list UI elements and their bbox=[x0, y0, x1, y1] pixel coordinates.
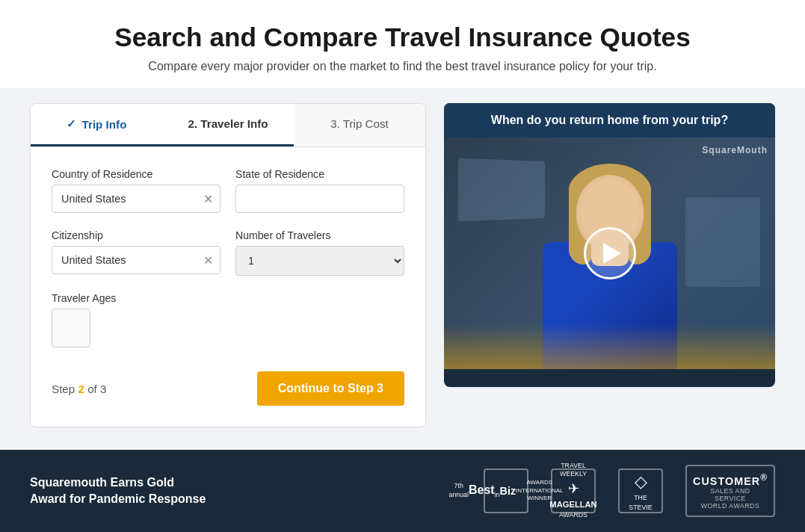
country-clear-icon[interactable]: ✕ bbox=[203, 192, 213, 206]
award-best-in-biz: 7th annualBestinBizAWARDSINTERNATIONALWI… bbox=[484, 468, 528, 513]
traveler-ages-label: Traveler Ages bbox=[52, 292, 404, 304]
number-of-travelers-label: Number of Travelers bbox=[235, 229, 404, 241]
country-of-residence-select[interactable]: United States Canada United Kingdom Aust… bbox=[52, 185, 220, 213]
number-of-travelers-select[interactable]: 1 2 3 4 5 bbox=[235, 246, 404, 276]
video-thumbnail[interactable]: SquareMouth bbox=[444, 137, 775, 369]
form-area: Country of Residence United States Canad… bbox=[31, 147, 425, 427]
magellan-icon: TRAVEL WEEKLY ✈ MAGELLAN AWARDS bbox=[551, 468, 596, 513]
country-select-wrapper: United States Canada United Kingdom Aust… bbox=[52, 185, 220, 213]
footer-awards: 7th annualBestinBizAWARDSINTERNATIONALWI… bbox=[239, 465, 775, 517]
award-customer: CUSTOMER® SALES AND SERVICEWORLD AWARDS bbox=[685, 465, 775, 517]
tab-trip-cost[interactable]: 3. Trip Cost bbox=[294, 104, 425, 146]
form-row-3: Traveler Ages bbox=[52, 292, 404, 347]
customer-award-title: CUSTOMER® bbox=[693, 472, 768, 487]
customer-award-subtitle: SALES AND SERVICEWORLD AWARDS bbox=[696, 487, 765, 510]
country-of-residence-group: Country of Residence United States Canad… bbox=[52, 168, 220, 213]
citizenship-clear-icon[interactable]: ✕ bbox=[203, 253, 213, 267]
video-glow bbox=[444, 324, 775, 369]
tab-traveler-info[interactable]: 2. Traveler Info bbox=[162, 104, 294, 146]
tab-trip-info[interactable]: ✓ Trip Info bbox=[31, 104, 162, 146]
award-magellan: TRAVEL WEEKLY ✈ MAGELLAN AWARDS bbox=[551, 468, 596, 513]
step-prefix: Step bbox=[52, 383, 75, 395]
form-row-1: Country of Residence United States Canad… bbox=[52, 168, 404, 213]
play-triangle-icon bbox=[603, 243, 621, 264]
page-title: Search and Compare Travel Insurance Quot… bbox=[15, 22, 790, 52]
citizenship-select-wrapper: United States Canada United Kingdom Aust… bbox=[52, 246, 220, 274]
video-question: When do you return home from your trip? bbox=[444, 103, 775, 137]
bottom-row: Step 2 of 3 Continue to Step 3 bbox=[52, 364, 404, 409]
traveler-ages-group: Traveler Ages bbox=[52, 292, 404, 347]
best-in-biz-icon: 7th annualBestinBizAWARDSINTERNATIONALWI… bbox=[484, 468, 528, 513]
citizenship-group: Citizenship United States Canada United … bbox=[52, 229, 220, 276]
state-of-residence-group: State of Residence bbox=[235, 168, 404, 213]
main-content: ✓ Trip Info 2. Traveler Info 3. Trip Cos… bbox=[0, 88, 805, 442]
award-stevie: ◇ THE STEVIE bbox=[618, 468, 663, 513]
state-of-residence-label: State of Residence bbox=[235, 168, 404, 180]
traveler-age-input-1[interactable] bbox=[52, 309, 90, 347]
tab-trip-info-label: Trip Info bbox=[82, 118, 127, 131]
step-tabs: ✓ Trip Info 2. Traveler Info 3. Trip Cos… bbox=[31, 104, 425, 147]
stevie-icon: ◇ THE STEVIE bbox=[618, 468, 663, 513]
state-of-residence-input[interactable] bbox=[235, 185, 404, 213]
video-panel: When do you return home from your trip? … bbox=[444, 103, 775, 387]
continue-button[interactable]: Continue to Step 3 bbox=[257, 371, 404, 406]
step-number: 2 bbox=[78, 383, 84, 395]
checkmark-icon: ✓ bbox=[67, 117, 76, 131]
tab-traveler-info-label: 2. Traveler Info bbox=[188, 117, 268, 130]
tab-trip-cost-label: 3. Trip Cost bbox=[330, 117, 389, 130]
number-of-travelers-group: Number of Travelers 1 2 3 4 5 bbox=[235, 229, 404, 276]
step-indicator: Step 2 of 3 bbox=[52, 383, 107, 395]
video-watermark: SquareMouth bbox=[702, 145, 768, 155]
form-panel: ✓ Trip Info 2. Traveler Info 3. Trip Cos… bbox=[30, 103, 426, 427]
step-suffix: of 3 bbox=[87, 383, 106, 395]
form-row-2: Citizenship United States Canada United … bbox=[52, 229, 404, 276]
country-of-residence-label: Country of Residence bbox=[52, 168, 220, 180]
citizenship-select[interactable]: United States Canada United Kingdom Aust… bbox=[52, 246, 220, 274]
footer-award-text: Squaremouth Earns Gold Award for Pandemi… bbox=[30, 474, 209, 508]
video-play-button[interactable] bbox=[584, 227, 636, 279]
page-subtitle: Compare every major provider on the mark… bbox=[15, 60, 790, 73]
citizenship-label: Citizenship bbox=[52, 229, 220, 241]
page-header: Search and Compare Travel Insurance Quot… bbox=[0, 0, 805, 88]
footer: Squaremouth Earns Gold Award for Pandemi… bbox=[0, 450, 805, 532]
